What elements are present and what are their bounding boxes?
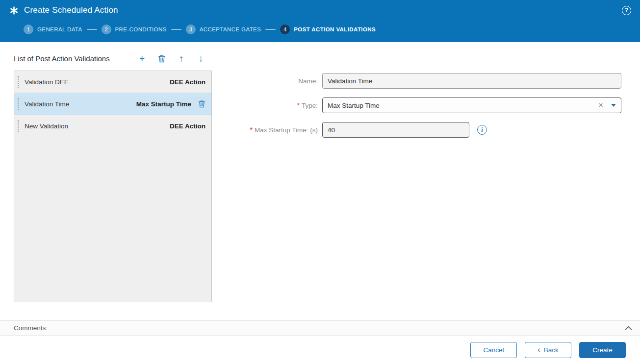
step-1-circle: 1: [24, 24, 33, 34]
info-icon[interactable]: i: [477, 125, 487, 135]
drag-handle-icon[interactable]: [18, 76, 20, 88]
collapse-chevron-up-icon[interactable]: [625, 326, 632, 331]
page-title: Create Scheduled Action: [24, 5, 118, 15]
dialog-header: Create Scheduled Action ? 1 GENERAL DATA…: [0, 0, 640, 42]
row-trash-icon[interactable]: [198, 100, 205, 108]
comments-label: Comments:: [14, 324, 48, 332]
move-down-button[interactable]: ↓: [196, 53, 206, 63]
back-button[interactable]: ‹ Back: [525, 342, 571, 358]
step-post-action-validations[interactable]: 4 POST ACTION VALIDATIONS: [280, 24, 376, 34]
validations-list-title: List of Post Action Validations: [14, 54, 110, 63]
type-field-row: * Type: Max Startup Time ×: [212, 97, 621, 114]
dialog-footer: Cancel ‹ Back Create: [0, 336, 640, 364]
step-3-circle: 3: [186, 24, 196, 34]
step-acceptance-gates[interactable]: 3 ACCEPTANCE GATES: [186, 24, 261, 34]
move-up-button[interactable]: ↑: [177, 53, 186, 63]
list-toolbar: + ↑ ↓: [137, 53, 206, 63]
validations-panel: List of Post Action Validations +: [14, 50, 212, 302]
drag-handle-icon[interactable]: [18, 98, 20, 110]
clear-selection-icon[interactable]: ×: [593, 100, 608, 110]
name-field-row: Name:: [212, 73, 621, 89]
wizard-stepper: 1 GENERAL DATA 2 PRE-CONDITIONS 3 ACCEPT…: [9, 21, 631, 34]
main-content: List of Post Action Validations +: [0, 42, 640, 320]
max-startup-time-field-row: * Max Startup Time: (s) i: [212, 121, 487, 138]
cancel-button[interactable]: Cancel: [470, 342, 517, 358]
drag-handle-icon[interactable]: [18, 120, 20, 132]
step-connector: [87, 29, 97, 30]
required-marker: *: [297, 101, 300, 109]
type-label: * Type:: [212, 101, 322, 109]
validations-list: Validation DEE DEE Action Validation Tim…: [14, 71, 212, 302]
max-startup-time-input[interactable]: [322, 122, 469, 138]
list-item-new-validation[interactable]: New Validation DEE Action: [14, 115, 211, 137]
asterisk-icon: [9, 5, 19, 15]
name-label: Name:: [212, 77, 322, 85]
help-icon[interactable]: ?: [622, 6, 631, 15]
create-button[interactable]: Create: [579, 342, 626, 358]
step-4-circle: 4: [280, 24, 290, 34]
delete-validation-button[interactable]: [157, 53, 167, 63]
add-validation-button[interactable]: +: [137, 53, 147, 63]
required-marker: *: [250, 126, 253, 134]
list-item-validation-dee[interactable]: Validation DEE DEE Action: [14, 71, 211, 93]
name-input[interactable]: [322, 73, 621, 89]
chevron-left-icon: ‹: [538, 346, 540, 354]
chevron-down-icon[interactable]: [611, 104, 616, 107]
step-2-circle: 2: [102, 24, 111, 34]
type-dropdown[interactable]: Max Startup Time ×: [322, 97, 621, 113]
step-connector: [171, 29, 181, 30]
title-row: Create Scheduled Action ?: [9, 0, 631, 21]
list-item-validation-time[interactable]: Validation Time Max Startup Time: [14, 93, 211, 115]
step-general-data[interactable]: 1 GENERAL DATA: [24, 24, 82, 34]
step-connector: [265, 29, 276, 30]
create-scheduled-action-dialog: Create Scheduled Action ? 1 GENERAL DATA…: [0, 0, 640, 364]
step-pre-conditions[interactable]: 2 PRE-CONDITIONS: [102, 24, 167, 34]
max-startup-time-label: * Max Startup Time: (s): [212, 126, 322, 134]
validations-panel-header: List of Post Action Validations +: [14, 50, 212, 67]
comments-bar: Comments:: [0, 320, 640, 336]
